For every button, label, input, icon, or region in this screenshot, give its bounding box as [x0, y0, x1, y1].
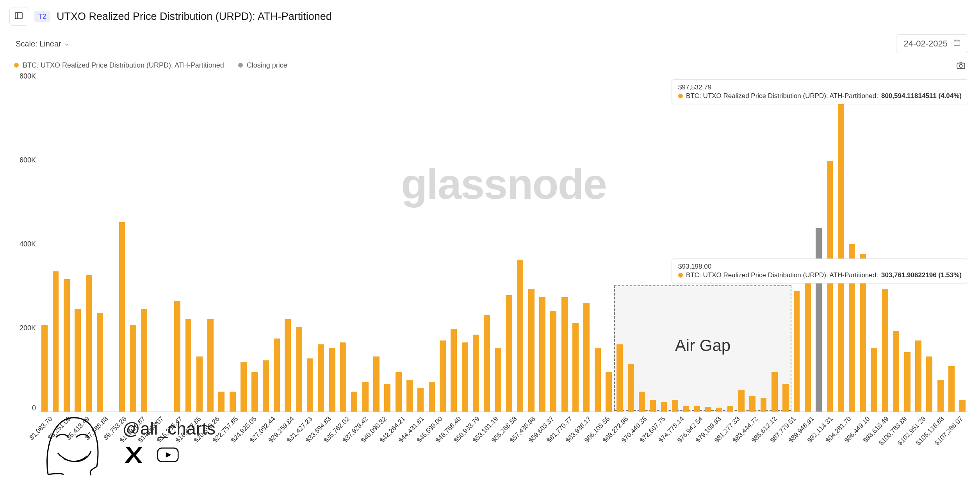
bar-cell[interactable] — [603, 76, 614, 412]
sidebar-toggle-button[interactable] — [9, 7, 28, 26]
bar-cell[interactable] — [592, 76, 603, 412]
urpd-bar — [572, 323, 579, 412]
bar-cell[interactable] — [636, 76, 647, 412]
bar-cell[interactable] — [492, 76, 503, 412]
bar-cell[interactable] — [769, 76, 780, 412]
legend-swatch-orange — [14, 63, 19, 68]
bar-cell[interactable] — [360, 76, 371, 412]
bar-cell[interactable] — [957, 76, 968, 412]
bar-cell[interactable] — [736, 76, 747, 412]
bar-cell[interactable] — [470, 76, 481, 412]
bar-cell[interactable] — [481, 76, 492, 412]
bar-cell[interactable] — [415, 76, 426, 412]
bar-cell[interactable] — [282, 76, 293, 412]
bar-cell[interactable] — [891, 76, 902, 412]
plot-area[interactable]: glassnode Air Gap $97,532.79 BTC: UTXO R… — [39, 76, 968, 412]
bar-cell[interactable] — [72, 76, 83, 412]
bar-cell[interactable] — [725, 76, 736, 412]
bar-cell[interactable] — [116, 76, 127, 412]
bar-cell[interactable] — [670, 76, 681, 412]
bar-cell[interactable] — [238, 76, 249, 412]
bar-cell[interactable] — [205, 76, 216, 412]
legend-series-2[interactable]: Closing price — [238, 61, 287, 70]
bar-cell[interactable] — [349, 76, 360, 412]
bar-cell[interactable] — [105, 76, 116, 412]
bar-cell[interactable] — [780, 76, 791, 412]
bar-cell[interactable] — [437, 76, 448, 412]
bar-cell[interactable] — [459, 76, 470, 412]
bar-cell[interactable] — [216, 76, 227, 412]
bar-cell[interactable] — [515, 76, 526, 412]
legend-series-1[interactable]: BTC: UTXO Realized Price Distribution (U… — [14, 61, 224, 70]
bar-cell[interactable] — [658, 76, 669, 412]
scale-select[interactable]: Scale: Linear — [12, 37, 74, 51]
bar-cell[interactable] — [338, 76, 349, 412]
bar-cell[interactable] — [714, 76, 725, 412]
bar-cell[interactable] — [581, 76, 592, 412]
urpd-bar — [97, 313, 103, 412]
bar-cell[interactable] — [249, 76, 260, 412]
bar-cell[interactable] — [504, 76, 515, 412]
bar-cell[interactable] — [703, 76, 714, 412]
bar-cell[interactable] — [426, 76, 437, 412]
bar-cell[interactable] — [294, 76, 305, 412]
bar-cell[interactable] — [913, 76, 924, 412]
bar-cell[interactable] — [172, 76, 183, 412]
bar-cell[interactable] — [614, 76, 625, 412]
bar-cell[interactable] — [625, 76, 636, 412]
bar-cell[interactable] — [681, 76, 691, 412]
bar-cell[interactable] — [50, 76, 61, 412]
bar-cell[interactable] — [305, 76, 315, 412]
bar-cell[interactable] — [846, 76, 857, 412]
bar-cell[interactable] — [227, 76, 238, 412]
bar-cell[interactable] — [327, 76, 338, 412]
bar-cell[interactable] — [836, 76, 846, 412]
bar-cell[interactable] — [791, 76, 802, 412]
bar-cell[interactable] — [83, 76, 94, 412]
bar-cell[interactable] — [94, 76, 105, 412]
bar-cell[interactable] — [747, 76, 758, 412]
bar-cell[interactable] — [382, 76, 393, 412]
bar-cell[interactable] — [647, 76, 658, 412]
bar-cell[interactable] — [194, 76, 205, 412]
bar-cell[interactable] — [315, 76, 326, 412]
bar-cell[interactable] — [758, 76, 769, 412]
bar-cell[interactable] — [139, 76, 150, 412]
bar-cell[interactable] — [559, 76, 570, 412]
bar-cell[interactable] — [802, 76, 813, 412]
bar-cell[interactable] — [880, 76, 891, 412]
bar-cell[interactable] — [150, 76, 160, 412]
urpd-bar — [583, 303, 590, 412]
bar-cell[interactable] — [857, 76, 868, 412]
bar-cell[interactable] — [691, 76, 702, 412]
bar-cell[interactable] — [448, 76, 459, 412]
bar-cell[interactable] — [61, 76, 72, 412]
bar-cell[interactable] — [537, 76, 548, 412]
page-title: UTXO Realized Price Distribution (URPD):… — [57, 11, 332, 23]
bar-cell[interactable] — [946, 76, 957, 412]
bar-cell[interactable] — [570, 76, 581, 412]
bar-cell[interactable] — [869, 76, 880, 412]
bar-cell[interactable] — [393, 76, 404, 412]
urpd-bar — [838, 96, 844, 412]
bar-cell[interactable] — [371, 76, 382, 412]
bar-cell[interactable] — [271, 76, 282, 412]
bar-cell[interactable] — [902, 76, 913, 412]
bar-cell[interactable] — [824, 76, 835, 412]
urpd-bar — [440, 340, 446, 412]
bar-cell[interactable] — [924, 76, 935, 412]
bar-cell[interactable] — [128, 76, 139, 412]
screenshot-button[interactable] — [956, 60, 966, 70]
bar-cell[interactable] — [935, 76, 946, 412]
bar-cell[interactable] — [183, 76, 194, 412]
urpd-bar — [937, 380, 944, 412]
bar-cell[interactable] — [404, 76, 415, 412]
bar-cell[interactable] — [260, 76, 271, 412]
bar-cell[interactable] — [39, 76, 50, 412]
y-tick: 400K — [20, 240, 36, 248]
bar-cell[interactable] — [526, 76, 536, 412]
bar-cell[interactable] — [813, 76, 824, 412]
bar-cell[interactable] — [548, 76, 559, 412]
date-picker[interactable]: 24-02-2025 — [896, 34, 968, 53]
bar-cell[interactable] — [161, 76, 172, 412]
